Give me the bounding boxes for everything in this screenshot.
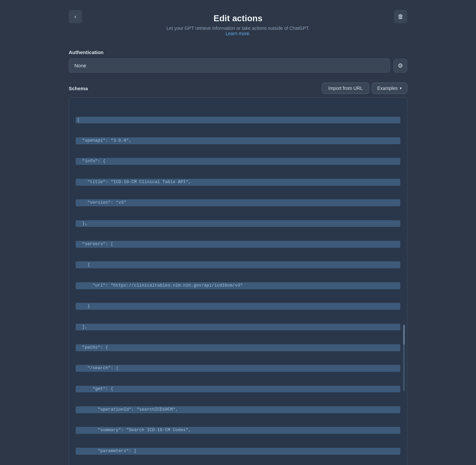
delete-icon: 🗑 [398,13,404,20]
chevron-down-icon: ▾ [400,86,402,91]
learn-more-link[interactable]: Learn more. [225,31,250,36]
code-line: "title": "ICD-10-CM Clinical Table API", [76,179,400,186]
page-header: ‹ Edit actions Let your GPT retrieve inf… [69,10,407,36]
code-line: }, [76,220,400,227]
code-line: { [76,261,400,268]
gear-icon: ⚙ [398,62,403,69]
code-line: "paths": { [76,344,400,351]
code-line: "openapi": "3.0.0", [76,137,400,144]
delete-button[interactable]: 🗑 [394,10,407,23]
authentication-row: None API Key OAuth ⚙ [69,58,407,73]
code-line: "info": { [76,158,400,165]
schema-label: Schema [69,86,88,91]
schema-editor[interactable]: { "openapi": "3.0.0", "info": { "title":… [69,97,407,465]
authentication-select[interactable]: None API Key OAuth [69,58,390,73]
code-line: "operationId": "searchICD10CM", [76,406,400,413]
code-content: { "openapi": "3.0.0", "info": { "title":… [76,103,400,465]
import-url-button[interactable]: Import from URL [322,83,369,94]
back-button[interactable]: ‹ [69,10,82,23]
code-line: "/search": { [76,365,400,372]
code-line: ], [76,324,400,331]
code-line: "get": { [76,386,400,393]
page-title: Edit actions [167,13,310,24]
schema-header: Schema Import from URL Examples ▾ [69,83,407,94]
scrollbar-thumb [403,325,405,345]
code-line: } [76,303,400,310]
scrollbar[interactable] [403,325,405,391]
code-line: "parameters": [ [76,448,400,455]
authentication-label: Authentication [69,49,407,55]
auth-gear-button[interactable]: ⚙ [393,59,407,73]
page-subtitle: Let your GPT retrieve information or tak… [167,26,310,36]
examples-button[interactable]: Examples ▾ [372,83,407,94]
code-line: "summary": "Search ICD-10-CM Codes", [76,427,400,434]
code-line: { [76,117,400,124]
header-center: Edit actions Let your GPT retrieve infor… [167,13,310,36]
code-line: "servers": [ [76,241,400,248]
code-line: "version": "v3" [76,199,400,206]
back-icon: ‹ [74,13,76,20]
code-line: "url": "https://clinicaltables.nlm.nih.g… [76,282,400,289]
examples-label: Examples [377,86,398,91]
schema-actions: Import from URL Examples ▾ [322,83,407,94]
